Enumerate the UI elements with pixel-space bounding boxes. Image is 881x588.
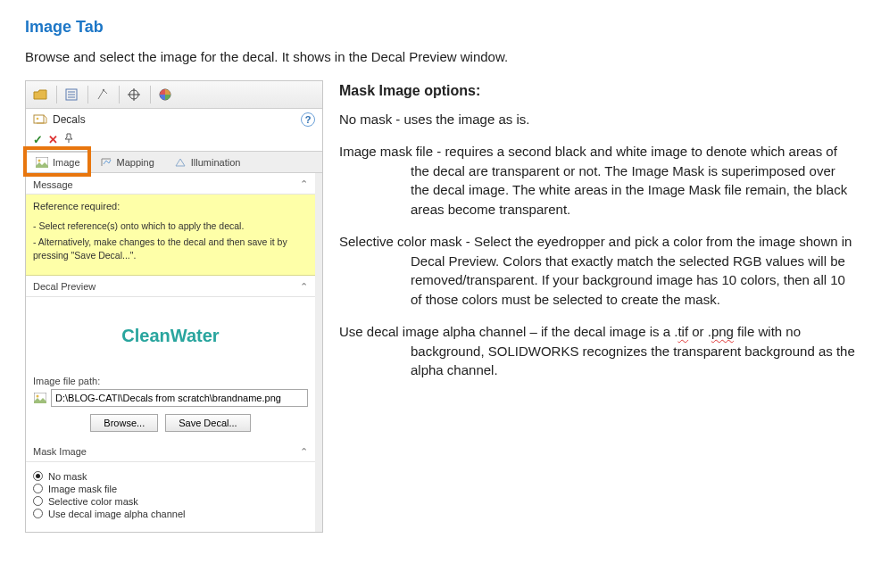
decal-preview-image: CleanWater xyxy=(95,306,246,367)
radio-alpha-channel[interactable]: Use decal image alpha channel xyxy=(33,509,308,519)
decal-icon xyxy=(33,113,47,126)
panel-title-row: Decals ? xyxy=(26,109,322,130)
message-line2: - Alternatively, make changes to the dec… xyxy=(33,236,308,262)
preview-header-label: Decal Preview xyxy=(33,281,96,292)
mask-options-heading: Mask Image options: xyxy=(339,80,856,101)
message-ref: Reference required: xyxy=(33,200,308,214)
mask-body: No mask Image mask file Selective color … xyxy=(26,462,315,532)
collapse-icon: ⌃ xyxy=(300,178,308,190)
cancel-icon[interactable]: ✕ xyxy=(48,133,58,146)
toolbar-separator xyxy=(56,86,57,104)
tab-mapping-label: Mapping xyxy=(117,157,154,168)
panel-scrollbar[interactable] xyxy=(315,173,322,532)
message-body: Reference required: - Select reference(s… xyxy=(26,195,315,276)
mask-header-label: Mask Image xyxy=(33,446,87,457)
selective-mask-desc: Selective color mask - Select the eyedro… xyxy=(339,232,856,310)
folder-icon[interactable] xyxy=(29,85,52,104)
radio-icon xyxy=(33,471,43,481)
svg-point-14 xyxy=(37,394,39,397)
alpha-lead: Use decal image alpha channel – xyxy=(339,324,541,339)
radio-icon xyxy=(33,484,43,493)
radio-image-mask-file[interactable]: Image mask file xyxy=(33,484,308,494)
tab-mapping[interactable]: Mapping xyxy=(90,152,164,172)
browse-button[interactable]: Browse... xyxy=(90,414,158,432)
list-icon[interactable] xyxy=(60,85,83,104)
alpha-tif: tif xyxy=(677,324,688,339)
content-columns: Decals ? ✓ ✕ Image xyxy=(25,80,856,533)
mapping-tab-icon xyxy=(100,157,112,168)
path-label: Image file path: xyxy=(33,376,308,386)
svg-point-10 xyxy=(37,118,39,120)
radio-selective-color[interactable]: Selective color mask xyxy=(33,496,308,507)
radio-image-mask-label: Image mask file xyxy=(48,484,117,494)
alpha-mid-a: if the decal image is a . xyxy=(541,324,677,339)
radio-icon xyxy=(33,496,43,506)
message-line1: - Select reference(s) onto which to appl… xyxy=(33,219,308,233)
pin-icon[interactable] xyxy=(63,133,74,146)
image-mask-rest: requires a second black and white image … xyxy=(411,144,847,217)
alpha-channel-desc: Use decal image alpha channel – if the d… xyxy=(339,322,856,380)
collapse-icon: ⌃ xyxy=(300,446,308,458)
panel-title: Decals xyxy=(53,113,86,126)
radio-icon xyxy=(33,509,43,518)
selective-lead: Selective color mask - xyxy=(339,234,474,249)
alpha-mid-b: or . xyxy=(688,324,711,339)
radio-alpha-label: Use decal image alpha channel xyxy=(48,509,186,519)
svg-rect-9 xyxy=(34,115,44,123)
highlight-box xyxy=(23,146,91,177)
radio-no-mask[interactable]: No mask xyxy=(33,471,308,482)
ok-icon[interactable]: ✓ xyxy=(33,133,43,146)
message-header-label: Message xyxy=(33,179,73,190)
radio-selective-label: Selective color mask xyxy=(48,496,138,507)
alpha-png: png xyxy=(711,324,734,339)
target-icon[interactable] xyxy=(122,85,145,104)
toolbar-separator xyxy=(119,86,120,104)
image-file-icon xyxy=(33,391,47,405)
radio-no-mask-label: No mask xyxy=(48,471,87,482)
explanation-column: Mask Image options: No mask - uses the i… xyxy=(339,80,856,393)
preview-header[interactable]: Decal Preview ⌃ xyxy=(26,276,315,297)
svg-point-4 xyxy=(103,89,104,91)
property-panel: Decals ? ✓ ✕ Image xyxy=(25,80,323,533)
dimension-icon[interactable] xyxy=(91,85,114,104)
intro-text: Browse and select the image for the deca… xyxy=(25,49,856,64)
subtabs-wrap: Image Mapping Illumination xyxy=(26,152,322,173)
panel-toolbar xyxy=(26,81,322,109)
toolbar-separator xyxy=(87,86,88,104)
tab-illumination[interactable]: Illumination xyxy=(164,152,251,172)
selective-rest: Select the eyedropper and pick a color f… xyxy=(411,234,852,307)
image-mask-desc: Image mask file - requires a second blac… xyxy=(339,142,856,219)
image-path-input[interactable] xyxy=(51,389,308,407)
collapse-icon: ⌃ xyxy=(300,281,308,293)
appearance-icon[interactable] xyxy=(154,85,177,104)
preview-body: CleanWater Image file path: Browse... Sa… xyxy=(26,297,315,441)
page-title: Image Tab xyxy=(25,18,856,37)
save-decal-button[interactable]: Save Decal... xyxy=(165,414,250,432)
illumination-tab-icon xyxy=(174,157,187,168)
help-icon[interactable]: ? xyxy=(301,112,315,127)
no-mask-desc: No mask - uses the image as is. xyxy=(339,110,856,129)
tab-illumination-label: Illumination xyxy=(191,157,241,168)
image-mask-lead: Image mask file - xyxy=(339,144,445,159)
mask-header[interactable]: Mask Image ⌃ xyxy=(26,441,315,462)
toolbar-separator xyxy=(150,86,151,104)
